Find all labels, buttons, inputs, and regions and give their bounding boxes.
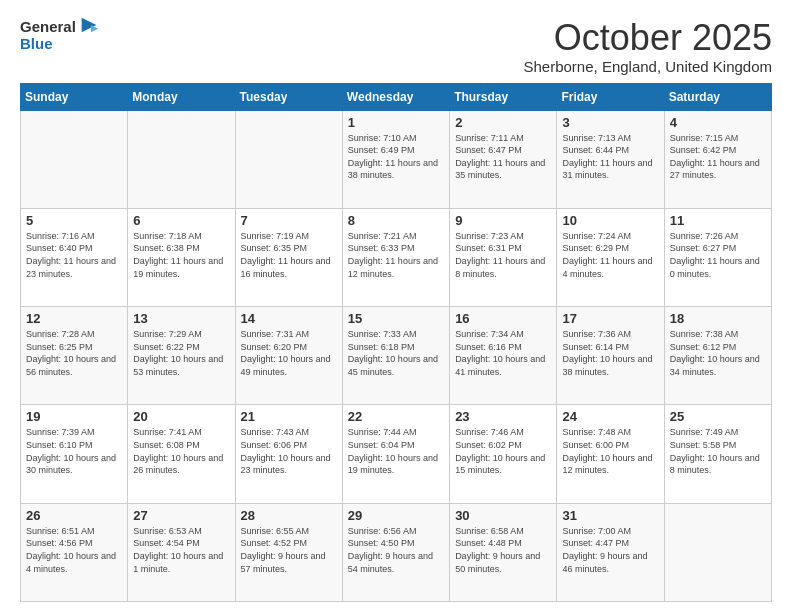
day-info: Sunrise: 7:28 AM Sunset: 6:25 PM Dayligh… bbox=[26, 328, 122, 378]
day-info: Sunrise: 7:23 AM Sunset: 6:31 PM Dayligh… bbox=[455, 230, 551, 280]
table-cell bbox=[21, 110, 128, 208]
day-number: 10 bbox=[562, 213, 658, 228]
day-info: Sunrise: 6:51 AM Sunset: 4:56 PM Dayligh… bbox=[26, 525, 122, 575]
table-cell: 8Sunrise: 7:21 AM Sunset: 6:33 PM Daylig… bbox=[342, 208, 449, 306]
table-cell: 22Sunrise: 7:44 AM Sunset: 6:04 PM Dayli… bbox=[342, 405, 449, 503]
day-info: Sunrise: 7:39 AM Sunset: 6:10 PM Dayligh… bbox=[26, 426, 122, 476]
day-number: 2 bbox=[455, 115, 551, 130]
week-row-5: 26Sunrise: 6:51 AM Sunset: 4:56 PM Dayli… bbox=[21, 503, 772, 601]
day-number: 3 bbox=[562, 115, 658, 130]
table-cell bbox=[128, 110, 235, 208]
day-info: Sunrise: 7:34 AM Sunset: 6:16 PM Dayligh… bbox=[455, 328, 551, 378]
day-info: Sunrise: 7:29 AM Sunset: 6:22 PM Dayligh… bbox=[133, 328, 229, 378]
day-info: Sunrise: 7:13 AM Sunset: 6:44 PM Dayligh… bbox=[562, 132, 658, 182]
day-info: Sunrise: 6:58 AM Sunset: 4:48 PM Dayligh… bbox=[455, 525, 551, 575]
day-number: 15 bbox=[348, 311, 444, 326]
day-number: 17 bbox=[562, 311, 658, 326]
day-number: 19 bbox=[26, 409, 122, 424]
day-number: 8 bbox=[348, 213, 444, 228]
day-number: 22 bbox=[348, 409, 444, 424]
calendar: Sunday Monday Tuesday Wednesday Thursday… bbox=[20, 83, 772, 602]
day-info: Sunrise: 7:16 AM Sunset: 6:40 PM Dayligh… bbox=[26, 230, 122, 280]
day-number: 1 bbox=[348, 115, 444, 130]
day-number: 25 bbox=[670, 409, 766, 424]
day-number: 12 bbox=[26, 311, 122, 326]
table-cell: 10Sunrise: 7:24 AM Sunset: 6:29 PM Dayli… bbox=[557, 208, 664, 306]
table-cell: 27Sunrise: 6:53 AM Sunset: 4:54 PM Dayli… bbox=[128, 503, 235, 601]
day-number: 13 bbox=[133, 311, 229, 326]
table-cell: 16Sunrise: 7:34 AM Sunset: 6:16 PM Dayli… bbox=[450, 307, 557, 405]
table-cell: 9Sunrise: 7:23 AM Sunset: 6:31 PM Daylig… bbox=[450, 208, 557, 306]
day-number: 6 bbox=[133, 213, 229, 228]
table-cell: 21Sunrise: 7:43 AM Sunset: 6:06 PM Dayli… bbox=[235, 405, 342, 503]
table-cell: 30Sunrise: 6:58 AM Sunset: 4:48 PM Dayli… bbox=[450, 503, 557, 601]
table-cell: 28Sunrise: 6:55 AM Sunset: 4:52 PM Dayli… bbox=[235, 503, 342, 601]
day-info: Sunrise: 7:41 AM Sunset: 6:08 PM Dayligh… bbox=[133, 426, 229, 476]
table-cell: 29Sunrise: 6:56 AM Sunset: 4:50 PM Dayli… bbox=[342, 503, 449, 601]
day-info: Sunrise: 7:44 AM Sunset: 6:04 PM Dayligh… bbox=[348, 426, 444, 476]
week-row-2: 5Sunrise: 7:16 AM Sunset: 6:40 PM Daylig… bbox=[21, 208, 772, 306]
day-number: 7 bbox=[241, 213, 337, 228]
day-number: 18 bbox=[670, 311, 766, 326]
table-cell: 19Sunrise: 7:39 AM Sunset: 6:10 PM Dayli… bbox=[21, 405, 128, 503]
table-cell: 2Sunrise: 7:11 AM Sunset: 6:47 PM Daylig… bbox=[450, 110, 557, 208]
table-cell: 17Sunrise: 7:36 AM Sunset: 6:14 PM Dayli… bbox=[557, 307, 664, 405]
header-thursday: Thursday bbox=[450, 83, 557, 110]
header-wednesday: Wednesday bbox=[342, 83, 449, 110]
day-number: 14 bbox=[241, 311, 337, 326]
day-number: 16 bbox=[455, 311, 551, 326]
day-info: Sunrise: 7:43 AM Sunset: 6:06 PM Dayligh… bbox=[241, 426, 337, 476]
table-cell: 20Sunrise: 7:41 AM Sunset: 6:08 PM Dayli… bbox=[128, 405, 235, 503]
table-cell: 24Sunrise: 7:48 AM Sunset: 6:00 PM Dayli… bbox=[557, 405, 664, 503]
day-info: Sunrise: 6:56 AM Sunset: 4:50 PM Dayligh… bbox=[348, 525, 444, 575]
day-info: Sunrise: 6:55 AM Sunset: 4:52 PM Dayligh… bbox=[241, 525, 337, 575]
week-row-4: 19Sunrise: 7:39 AM Sunset: 6:10 PM Dayli… bbox=[21, 405, 772, 503]
logo-icon bbox=[78, 14, 100, 36]
table-cell bbox=[235, 110, 342, 208]
table-cell: 5Sunrise: 7:16 AM Sunset: 6:40 PM Daylig… bbox=[21, 208, 128, 306]
table-cell: 25Sunrise: 7:49 AM Sunset: 5:58 PM Dayli… bbox=[664, 405, 771, 503]
week-row-1: 1Sunrise: 7:10 AM Sunset: 6:49 PM Daylig… bbox=[21, 110, 772, 208]
day-number: 24 bbox=[562, 409, 658, 424]
day-info: Sunrise: 7:19 AM Sunset: 6:35 PM Dayligh… bbox=[241, 230, 337, 280]
day-info: Sunrise: 7:15 AM Sunset: 6:42 PM Dayligh… bbox=[670, 132, 766, 182]
day-info: Sunrise: 6:53 AM Sunset: 4:54 PM Dayligh… bbox=[133, 525, 229, 575]
month-title: October 2025 bbox=[524, 18, 773, 58]
day-number: 21 bbox=[241, 409, 337, 424]
day-number: 5 bbox=[26, 213, 122, 228]
day-number: 31 bbox=[562, 508, 658, 523]
table-cell: 18Sunrise: 7:38 AM Sunset: 6:12 PM Dayli… bbox=[664, 307, 771, 405]
day-info: Sunrise: 7:33 AM Sunset: 6:18 PM Dayligh… bbox=[348, 328, 444, 378]
day-info: Sunrise: 7:24 AM Sunset: 6:29 PM Dayligh… bbox=[562, 230, 658, 280]
logo-general: General bbox=[20, 19, 76, 36]
svg-marker-1 bbox=[91, 25, 98, 32]
header-friday: Friday bbox=[557, 83, 664, 110]
day-info: Sunrise: 7:48 AM Sunset: 6:00 PM Dayligh… bbox=[562, 426, 658, 476]
page: General Blue October 2025 Sherborne, Eng… bbox=[0, 0, 792, 612]
day-info: Sunrise: 7:49 AM Sunset: 5:58 PM Dayligh… bbox=[670, 426, 766, 476]
header-sunday: Sunday bbox=[21, 83, 128, 110]
header: General Blue October 2025 Sherborne, Eng… bbox=[20, 18, 772, 75]
day-number: 20 bbox=[133, 409, 229, 424]
table-cell: 31Sunrise: 7:00 AM Sunset: 4:47 PM Dayli… bbox=[557, 503, 664, 601]
table-cell: 6Sunrise: 7:18 AM Sunset: 6:38 PM Daylig… bbox=[128, 208, 235, 306]
day-info: Sunrise: 7:11 AM Sunset: 6:47 PM Dayligh… bbox=[455, 132, 551, 182]
day-number: 9 bbox=[455, 213, 551, 228]
day-info: Sunrise: 7:21 AM Sunset: 6:33 PM Dayligh… bbox=[348, 230, 444, 280]
table-cell: 11Sunrise: 7:26 AM Sunset: 6:27 PM Dayli… bbox=[664, 208, 771, 306]
table-cell: 14Sunrise: 7:31 AM Sunset: 6:20 PM Dayli… bbox=[235, 307, 342, 405]
table-cell: 3Sunrise: 7:13 AM Sunset: 6:44 PM Daylig… bbox=[557, 110, 664, 208]
table-cell: 23Sunrise: 7:46 AM Sunset: 6:02 PM Dayli… bbox=[450, 405, 557, 503]
day-number: 23 bbox=[455, 409, 551, 424]
table-cell: 4Sunrise: 7:15 AM Sunset: 6:42 PM Daylig… bbox=[664, 110, 771, 208]
day-info: Sunrise: 7:18 AM Sunset: 6:38 PM Dayligh… bbox=[133, 230, 229, 280]
week-row-3: 12Sunrise: 7:28 AM Sunset: 6:25 PM Dayli… bbox=[21, 307, 772, 405]
day-info: Sunrise: 7:00 AM Sunset: 4:47 PM Dayligh… bbox=[562, 525, 658, 575]
title-block: October 2025 Sherborne, England, United … bbox=[524, 18, 773, 75]
table-cell: 26Sunrise: 6:51 AM Sunset: 4:56 PM Dayli… bbox=[21, 503, 128, 601]
table-cell: 1Sunrise: 7:10 AM Sunset: 6:49 PM Daylig… bbox=[342, 110, 449, 208]
table-cell: 7Sunrise: 7:19 AM Sunset: 6:35 PM Daylig… bbox=[235, 208, 342, 306]
table-cell bbox=[664, 503, 771, 601]
day-number: 26 bbox=[26, 508, 122, 523]
day-info: Sunrise: 7:38 AM Sunset: 6:12 PM Dayligh… bbox=[670, 328, 766, 378]
